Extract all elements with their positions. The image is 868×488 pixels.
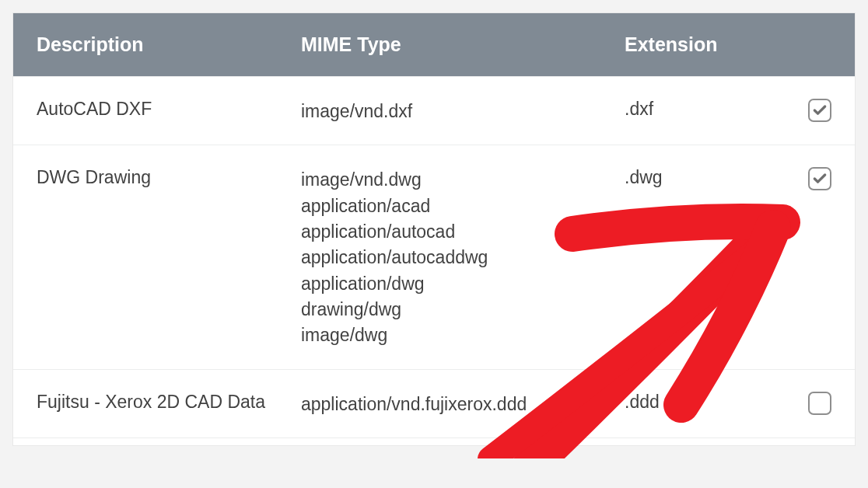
mime-value: application/dwg [301,271,615,297]
header-mime: MIME Type [301,33,625,56]
mime-value: application/autocad [301,219,615,245]
mime-types-table: Description MIME Type Extension AutoCAD … [12,12,856,446]
mime-value: image/vnd.dxf [301,99,615,124]
mime-value: application/autocaddwg [301,245,615,270]
check-icon [812,171,828,186]
enable-checkbox[interactable] [808,167,831,190]
mime-value: image/vnd.dwg [301,167,615,193]
cell-description: Fujitsu - Xerox 2D CAD Data [37,392,301,413]
table-bottom-divider [13,437,855,445]
table-row: Fujitsu - Xerox 2D CAD Data application/… [13,369,855,437]
header-description: Description [37,33,301,56]
check-icon [812,103,828,118]
enable-checkbox[interactable] [808,99,831,122]
mime-value: drawing/dwg [301,297,615,322]
mime-value: application/vnd.fujixerox.ddd [301,392,615,417]
cell-extension: .dwg [625,167,796,188]
enable-checkbox[interactable] [808,392,831,415]
table-row: DWG Drawing image/vnd.dwg application/ac… [13,145,855,368]
mime-value: application/acad [301,193,615,219]
header-checkbox-spacer [796,33,831,56]
cell-mime: image/vnd.dwg application/acad applicati… [301,167,625,348]
cell-extension: .ddd [625,392,796,413]
table-header-row: Description MIME Type Extension [13,13,855,76]
cell-mime: image/vnd.dxf [301,99,625,124]
cell-extension: .dxf [625,99,796,120]
header-extension: Extension [625,33,796,56]
mime-value: image/dwg [301,322,615,348]
cell-description: DWG Drawing [37,167,301,188]
cell-description: AutoCAD DXF [37,99,301,120]
cell-mime: application/vnd.fujixerox.ddd [301,392,625,417]
table-row: AutoCAD DXF image/vnd.dxf .dxf [13,76,855,145]
